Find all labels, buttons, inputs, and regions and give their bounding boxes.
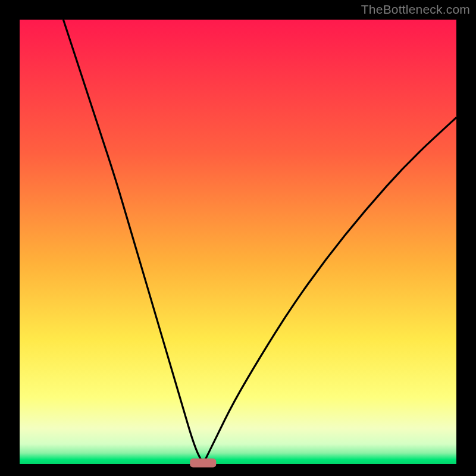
optimal-marker [190, 459, 216, 468]
bottleneck-chart [0, 0, 476, 476]
watermark-text: TheBottleneck.com [361, 2, 470, 17]
